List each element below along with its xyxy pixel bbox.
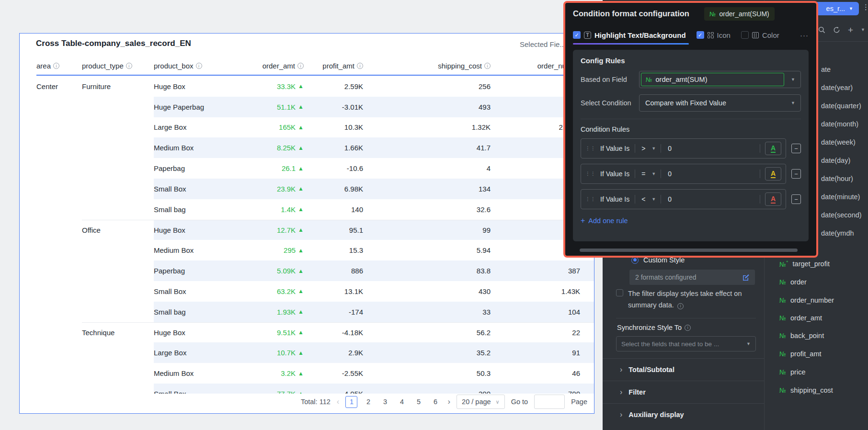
select-condition-select[interactable]: Compare with Fixed Value ▼ [639, 94, 801, 112]
field-item-date[interactable]: date(hour) [821, 175, 853, 182]
text-style-button[interactable]: A [765, 142, 781, 155]
table-row[interactable]: Large Box10.7K▲2.9K35.291 [36, 342, 594, 363]
table-row[interactable]: Small Box77.7K▲4.05K300700 [36, 384, 594, 394]
column-header-profit_amt[interactable]: profit_amti [304, 62, 363, 70]
based-on-field-select[interactable]: № order_amt(SUM) ▼ [639, 71, 801, 88]
horizontal-scrollbar[interactable] [580, 249, 798, 252]
table-row[interactable]: Medium Box3.2K▲-2.55K50.346 [36, 363, 594, 384]
drag-handle-icon[interactable]: ⋮⋮ [585, 146, 596, 151]
field-item-order_amt[interactable]: №order_amt [779, 312, 822, 324]
checkbox-unchecked-icon[interactable] [616, 289, 623, 296]
text-style-button[interactable]: A [765, 192, 781, 206]
page-size-select[interactable]: 20 / page ∨ [457, 395, 505, 409]
chevron-down-icon[interactable]: ▼ [651, 171, 656, 176]
table-row[interactable]: Paperbag26.1▲-10.64 [36, 158, 594, 179]
field-item-date[interactable]: date(quarter) [821, 102, 861, 110]
field-item-date[interactable]: date(year) [821, 84, 853, 91]
field-item-date[interactable]: date(ymdh [821, 229, 854, 237]
field-item-date[interactable]: date(second) [821, 211, 862, 219]
row-data-cells: Medium Box8.25K▲1.66K41.7 [154, 137, 594, 158]
checkbox-checked-icon[interactable]: ✓ [697, 31, 704, 39]
chevron-down-icon[interactable]: ▼ [861, 27, 865, 32]
field-item-date[interactable]: date(week) [821, 138, 856, 146]
field-item-shipping_cost[interactable]: №shipping_cost [779, 385, 833, 396]
column-header-area[interactable]: areai [36, 62, 82, 70]
column-header-shipping_cost[interactable]: shipping_costi [363, 62, 491, 70]
synchronize-fields-select[interactable]: Select the fields that need to be ... ▼ [616, 336, 756, 351]
section-auxiliary-display[interactable]: ›Auxiliary display [603, 403, 764, 426]
page-number-4[interactable]: 4 [396, 396, 408, 408]
rule-value-input[interactable]: 0 [668, 170, 672, 178]
tab-icon[interactable]: ✓ Icon [697, 31, 731, 39]
table-row[interactable]: OfficeHuge Box12.7K▲95.199 [36, 220, 594, 240]
edit-icon[interactable] [742, 274, 749, 281]
column-header-product_box[interactable]: product_boxi [154, 62, 226, 70]
divider [760, 195, 760, 204]
remove-rule-button[interactable]: − [791, 144, 801, 153]
field-item-back_point[interactable]: №back_point [779, 330, 824, 341]
table-row[interactable]: Small Box23.9K▲6.98K134 [36, 179, 594, 199]
field-item-date[interactable]: date(day) [821, 157, 850, 164]
table-row[interactable]: Large Box165K▲10.3K1.32K2. [36, 117, 594, 138]
table-row[interactable]: CenterFurnitureHuge Box33.3K▲2.59K256 [36, 76, 594, 97]
field-item-date[interactable]: date(month) [821, 120, 858, 128]
refresh-icon[interactable] [833, 26, 840, 34]
pagination-prev-icon[interactable]: ‹ [337, 397, 340, 407]
kebab-menu-icon[interactable]: ⋮ [862, 3, 868, 11]
table-row[interactable]: Huge Paperbag51.1K▲-3.01K493 [36, 97, 594, 117]
page-number-2[interactable]: 2 [362, 396, 374, 408]
pagination-next-icon[interactable]: › [447, 397, 450, 407]
rule-value-input[interactable]: 0 [668, 195, 672, 203]
formats-configured-box[interactable]: 2 formats configured [629, 270, 755, 285]
field-item-order[interactable]: №order [779, 276, 807, 288]
field-item-price[interactable]: №price [779, 366, 805, 378]
remove-rule-button[interactable]: − [791, 194, 801, 204]
drag-handle-icon[interactable]: ⋮⋮ [585, 197, 596, 202]
add-rule-button[interactable]: + Add one rule [581, 216, 801, 225]
cell-profit-amt: -3.01K [304, 103, 363, 111]
chevron-down-icon: ∨ [496, 399, 500, 405]
field-item-order_number[interactable]: №order_number [779, 294, 834, 306]
condition-rule-box[interactable]: ⋮⋮If Value Is=▼0A [581, 164, 786, 184]
remove-rule-button[interactable]: − [791, 169, 801, 179]
field-item-date[interactable]: date(minute) [821, 193, 860, 201]
field-item-date[interactable]: ate [821, 66, 831, 73]
table-row[interactable]: Small bag1.4K▲14032.6 [36, 199, 594, 220]
table-row[interactable]: Medium Box295▲15.35.94 [36, 240, 594, 260]
tab-highlight-text-background[interactable]: ✓ T Highlight Text/Background [573, 31, 686, 39]
table-row[interactable]: TechniqueHuge Box9.51K▲-4.18K56.222 [36, 322, 594, 343]
summary-data-checkbox-row[interactable]: The filter display styles take effect on… [616, 288, 753, 311]
section-total-subtotal[interactable]: ›Total/Subtotal [603, 358, 764, 381]
text-style-button[interactable]: A [765, 167, 781, 181]
cross-table-widget[interactable]: Cross Table-company_sales_record_EN Sele… [19, 33, 594, 414]
cell-product-type [82, 179, 154, 199]
cell-product-box: Paperbag [154, 267, 226, 275]
chevron-down-icon[interactable]: ▼ [651, 197, 656, 202]
section-filter[interactable]: ›Filter [603, 381, 764, 403]
table-row[interactable]: Paperbag5.09K▲88683.8387 [36, 260, 594, 281]
page-number-1[interactable]: 1 [345, 396, 357, 408]
drag-handle-icon[interactable]: ⋮⋮ [585, 171, 596, 176]
field-item-profit_amt[interactable]: №profit_amt [779, 348, 822, 360]
column-header-product_type[interactable]: product_typei [82, 62, 154, 70]
checkbox-unchecked-icon[interactable] [741, 31, 749, 39]
arrow-up-icon: ▲ [298, 104, 304, 110]
page-number-5[interactable]: 5 [412, 396, 424, 408]
tab-color[interactable]: Color [741, 31, 779, 39]
table-row[interactable]: Small bag1.93K▲-17433104 [36, 302, 594, 322]
search-icon[interactable] [818, 26, 825, 34]
condition-rule-box[interactable]: ⋮⋮If Value Is<▼0A [581, 189, 786, 209]
goto-page-input[interactable] [534, 395, 565, 409]
condition-rule-box[interactable]: ⋮⋮If Value Is>▼0A [581, 138, 786, 158]
column-header-order_amt[interactable]: order_amti [226, 62, 304, 70]
page-number-3[interactable]: 3 [379, 396, 391, 408]
rule-value-input[interactable]: 0 [668, 145, 672, 152]
table-row[interactable]: Small Box63.2K▲13.1K4301.43K [36, 281, 594, 302]
page-number-6[interactable]: 6 [429, 396, 441, 408]
chevron-down-icon[interactable]: ▼ [651, 146, 656, 151]
checkbox-checked-icon[interactable]: ✓ [573, 31, 581, 39]
table-row[interactable]: Medium Box8.25K▲1.66K41.7 [36, 137, 594, 158]
add-field-icon[interactable]: + [848, 25, 853, 34]
more-options-icon[interactable]: ··· [800, 31, 809, 39]
field-item-target_profit[interactable]: №*target_profit [779, 258, 830, 270]
